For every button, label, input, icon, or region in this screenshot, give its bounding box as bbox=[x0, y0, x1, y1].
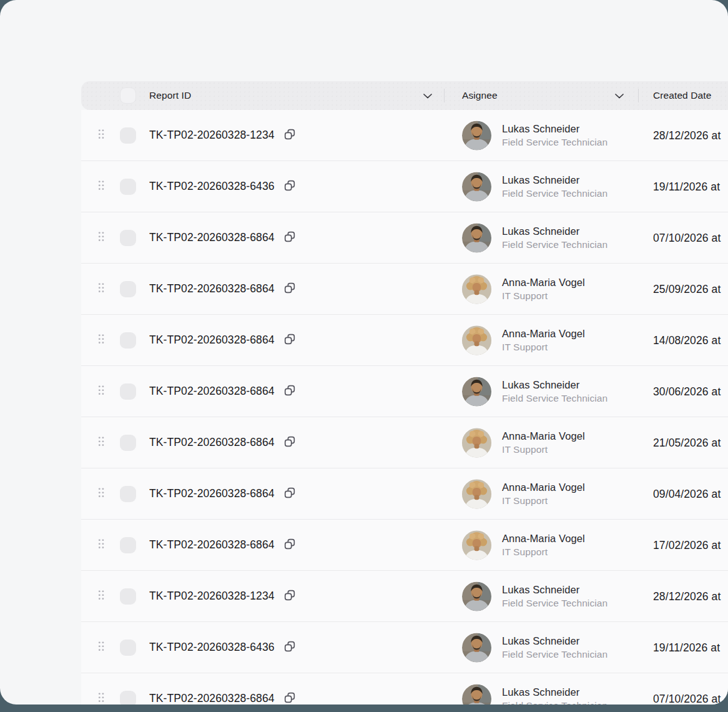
avatar-photo-lukas bbox=[462, 377, 491, 406]
drag-handle[interactable] bbox=[98, 180, 105, 193]
column-header-asignee[interactable]: Asignee bbox=[462, 90, 498, 101]
copy-id-button[interactable] bbox=[283, 128, 296, 143]
table-row[interactable]: TK-TP02-20260328-6864 bbox=[81, 264, 728, 315]
grip-dots-icon bbox=[98, 385, 105, 398]
row-checkbox[interactable] bbox=[120, 332, 136, 349]
assignee-cell: Lukas Schneider Field Service Technician bbox=[502, 686, 607, 705]
drag-handle[interactable] bbox=[98, 334, 105, 347]
row-checkbox[interactable] bbox=[120, 486, 136, 502]
copy-id-button[interactable] bbox=[283, 691, 296, 705]
row-checkbox[interactable] bbox=[120, 691, 136, 705]
row-checkbox[interactable] bbox=[120, 435, 136, 451]
row-checkbox[interactable] bbox=[120, 179, 136, 195]
assignee-cell: Anna-Maria Vogel IT Support bbox=[502, 430, 585, 455]
avatar-photo-lukas bbox=[462, 172, 491, 201]
table-row[interactable]: TK-TP02-20260328-6436 bbox=[81, 622, 728, 673]
created-date-text: 19/11/2026 bbox=[653, 180, 707, 192]
table-row[interactable]: TK-TP02-20260328-6864 bbox=[81, 366, 728, 417]
assignee-role: IT Support bbox=[502, 444, 585, 455]
column-header-report-id[interactable]: Report ID bbox=[149, 90, 191, 101]
table-row[interactable]: TK-TP02-20260328-6864 bbox=[81, 417, 728, 468]
assignee-cell: Anna-Maria Vogel IT Support bbox=[502, 277, 585, 302]
assignee-cell: Anna-Maria Vogel IT Support bbox=[502, 533, 585, 558]
copy-id-button[interactable] bbox=[283, 230, 296, 245]
row-checkbox[interactable] bbox=[120, 230, 136, 246]
created-date-cell: 17/02/2026at bbox=[653, 538, 721, 551]
drag-handle[interactable] bbox=[98, 487, 105, 500]
assignee-role: IT Support bbox=[502, 546, 585, 558]
copy-id-button[interactable] bbox=[283, 435, 296, 450]
report-id-cell: TK-TP02-20260328-6864 bbox=[149, 538, 296, 553]
avatar-photo-anna bbox=[462, 428, 491, 457]
assignee-avatar bbox=[462, 325, 491, 355]
drag-handle[interactable] bbox=[98, 538, 105, 551]
assignee-avatar bbox=[462, 530, 491, 560]
assignee-cell: Anna-Maria Vogel IT Support bbox=[502, 482, 585, 507]
select-all-checkbox[interactable] bbox=[120, 87, 136, 104]
grip-dots-icon bbox=[98, 692, 105, 705]
assignee-name: Lukas Schneider bbox=[502, 225, 607, 237]
report-id-cell: TK-TP02-20260328-6864 bbox=[149, 435, 296, 450]
copy-id-button[interactable] bbox=[283, 640, 296, 655]
report-id-text: TK-TP02-20260328-6436 bbox=[149, 641, 275, 654]
report-id-cell: TK-TP02-20260328-6864 bbox=[149, 384, 296, 399]
copy-icon bbox=[283, 230, 296, 245]
copy-id-button[interactable] bbox=[283, 179, 296, 194]
drag-handle[interactable] bbox=[98, 129, 105, 142]
drag-handle[interactable] bbox=[98, 385, 105, 398]
drag-handle[interactable] bbox=[98, 436, 105, 449]
assignee-avatar bbox=[462, 633, 491, 662]
row-checkbox[interactable] bbox=[120, 383, 136, 400]
asignee-sort-button[interactable] bbox=[615, 90, 624, 101]
assignee-name: Anna-Maria Vogel bbox=[502, 482, 585, 493]
created-date-cell: 14/08/2026at bbox=[653, 334, 721, 347]
assignee-avatar bbox=[462, 428, 491, 457]
table-row[interactable]: TK-TP02-20260328-1234 bbox=[81, 571, 728, 622]
created-date-time-clipped: at bbox=[707, 641, 720, 653]
created-date-text: 17/02/2026 bbox=[653, 538, 709, 551]
table-row[interactable]: TK-TP02-20260328-6436 bbox=[81, 161, 728, 212]
avatar-photo-lukas bbox=[462, 121, 491, 150]
drag-handle[interactable] bbox=[98, 641, 105, 654]
created-date-text: 19/11/2026 bbox=[653, 641, 707, 653]
drag-handle[interactable] bbox=[98, 231, 105, 244]
row-checkbox[interactable] bbox=[120, 281, 136, 297]
table-row[interactable]: TK-TP02-20260328-6864 bbox=[81, 673, 728, 705]
grip-dots-icon bbox=[98, 641, 105, 654]
assignee-name: Lukas Schneider bbox=[502, 123, 607, 135]
table-row[interactable]: TK-TP02-20260328-1234 bbox=[81, 110, 728, 161]
grip-dots-icon bbox=[98, 282, 105, 295]
assignee-name: Lukas Schneider bbox=[502, 379, 607, 391]
report-id-sort-button[interactable] bbox=[423, 90, 432, 101]
copy-id-button[interactable] bbox=[283, 538, 296, 553]
drag-handle[interactable] bbox=[98, 282, 105, 295]
created-date-time-clipped: at bbox=[709, 385, 721, 397]
report-id-text: TK-TP02-20260328-1234 bbox=[149, 590, 275, 603]
column-header-created-date[interactable]: Created Date bbox=[653, 90, 711, 101]
copy-id-button[interactable] bbox=[283, 384, 296, 399]
assignee-cell: Lukas Schneider Field Service Technician bbox=[502, 635, 607, 660]
row-checkbox[interactable] bbox=[120, 537, 136, 553]
drag-handle[interactable] bbox=[98, 590, 105, 603]
table-row[interactable]: TK-TP02-20260328-6864 bbox=[81, 468, 728, 520]
row-checkbox[interactable] bbox=[120, 640, 136, 656]
created-date-cell: 19/11/2026at bbox=[653, 180, 720, 193]
copy-id-button[interactable] bbox=[283, 333, 296, 348]
copy-id-button[interactable] bbox=[283, 487, 296, 502]
created-date-time-clipped: at bbox=[709, 590, 721, 602]
copy-id-button[interactable] bbox=[283, 282, 296, 297]
created-date-time-clipped: at bbox=[709, 282, 721, 295]
copy-id-button[interactable] bbox=[283, 589, 296, 604]
created-date-time-clipped: at bbox=[709, 692, 721, 705]
avatar-photo-anna bbox=[462, 479, 491, 508]
row-checkbox[interactable] bbox=[120, 588, 136, 605]
created-date-time-clipped: at bbox=[709, 129, 721, 141]
assignee-role: Field Service Technician bbox=[502, 239, 607, 250]
created-date-cell: 28/12/2026at bbox=[653, 590, 721, 603]
table-row[interactable]: TK-TP02-20260328-6864 bbox=[81, 315, 728, 366]
table-row[interactable]: TK-TP02-20260328-6864 bbox=[81, 520, 728, 571]
table-row[interactable]: TK-TP02-20260328-6864 bbox=[81, 212, 728, 264]
copy-icon bbox=[283, 538, 296, 553]
row-checkbox[interactable] bbox=[120, 127, 136, 144]
drag-handle[interactable] bbox=[98, 692, 105, 705]
